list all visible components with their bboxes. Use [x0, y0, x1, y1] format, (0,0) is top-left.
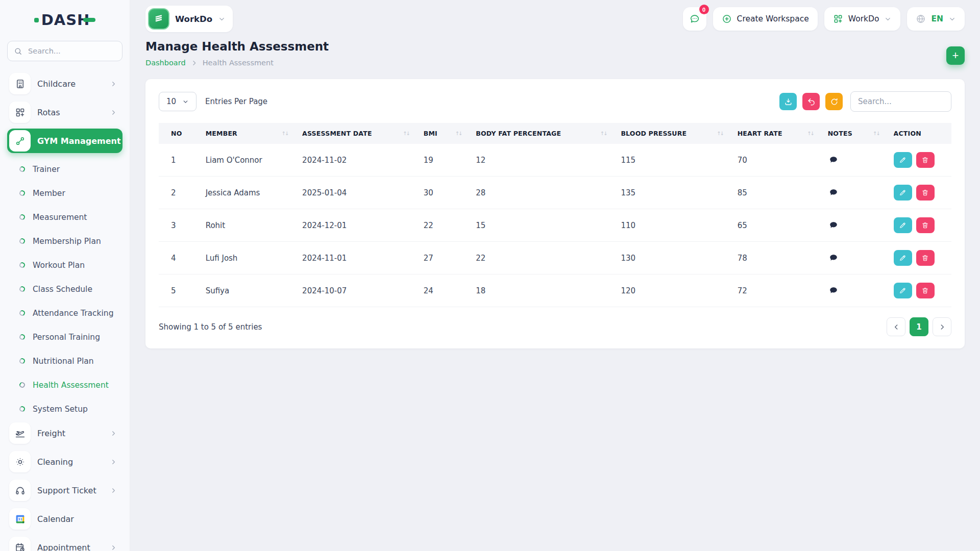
chevron-down-icon	[948, 15, 956, 23]
sidebar-item-measurement[interactable]: Measurement	[7, 205, 122, 229]
delete-button[interactable]	[916, 185, 935, 201]
sort-icon[interactable]: ↑↓	[281, 131, 288, 136]
plus-icon: +	[952, 50, 959, 61]
sidebar-item-rotas[interactable]: Rotas	[7, 100, 122, 124]
workspace-icon	[148, 8, 169, 30]
notes-button[interactable]	[828, 252, 839, 263]
sidebar-item-cleaning[interactable]: Cleaning	[7, 449, 122, 474]
pagination: 1	[887, 317, 951, 336]
workspace-switcher[interactable]: WorkDo	[824, 7, 901, 31]
sidebar-item-health-assessment[interactable]: Health Assessment	[7, 373, 122, 397]
delete-button[interactable]	[916, 250, 935, 266]
trash-icon	[921, 189, 929, 196]
notes-button[interactable]	[828, 154, 839, 165]
cell-heart-rate: 85	[730, 177, 821, 209]
pagination-page-1-button[interactable]: 1	[910, 317, 928, 336]
delete-button[interactable]	[916, 217, 935, 233]
sidebar-item-class-schedule[interactable]: Class Schedule	[7, 277, 122, 301]
sidebar-item-attendance-tracking[interactable]: Attendance Tracking	[7, 301, 122, 325]
edit-button[interactable]	[894, 217, 912, 233]
notes-button[interactable]	[828, 219, 839, 231]
globe-icon	[916, 14, 926, 24]
add-assessment-button[interactable]: +	[946, 46, 965, 65]
cell-heart-rate: 65	[730, 209, 821, 242]
cell-body-fat: 28	[469, 177, 614, 209]
chevron-right-icon	[110, 80, 117, 88]
sort-icon[interactable]: ↑↓	[600, 131, 607, 136]
edit-button[interactable]	[894, 185, 912, 201]
cell-body-fat: 18	[469, 274, 614, 307]
trash-icon	[921, 156, 929, 164]
refresh-button[interactable]	[825, 93, 843, 110]
column-header-notes[interactable]: NOTES↑↓	[821, 123, 887, 144]
column-header-heart-rate[interactable]: HEART RATE↑↓	[730, 123, 821, 144]
cell-notes	[821, 274, 887, 307]
delete-button[interactable]	[916, 152, 935, 168]
column-header-bmi[interactable]: BMI↑↓	[416, 123, 469, 144]
column-header-member[interactable]: MEMBER↑↓	[199, 123, 295, 144]
edit-button[interactable]	[894, 152, 912, 168]
column-header-assessment-date[interactable]: ASSESSMENT DATE↑↓	[295, 123, 416, 144]
sidebar-item-nutritional-plan[interactable]: Nutritional Plan	[7, 349, 122, 373]
notes-button[interactable]	[828, 187, 839, 198]
notes-button[interactable]	[828, 285, 839, 296]
svg-text:31: 31	[17, 517, 22, 521]
create-workspace-button[interactable]: Create Workspace	[713, 7, 818, 31]
cell-bmi: 22	[416, 209, 469, 242]
workspace-button[interactable]: WorkDo	[145, 6, 233, 32]
chevron-left-icon	[893, 323, 900, 331]
entries-per-page-value: 10	[166, 97, 176, 106]
sidebar-item-freight[interactable]: Freight	[7, 421, 122, 445]
sidebar-item-calendar[interactable]: 31Calendar	[7, 507, 122, 531]
pagination-prev-button[interactable]	[887, 317, 905, 336]
sort-icon[interactable]: ↑↓	[807, 131, 814, 136]
cell-bmi: 19	[416, 144, 469, 177]
breadcrumb-dashboard-link[interactable]: Dashboard	[145, 59, 186, 67]
logo-text: DASH	[41, 11, 90, 29]
sidebar-item-membership-plan[interactable]: Membership Plan	[7, 229, 122, 253]
download-icon	[784, 97, 793, 106]
sidebar-item-personal-training[interactable]: Personal Training	[7, 325, 122, 349]
column-header-blood-pressure[interactable]: BLOOD PRESSURE↑↓	[614, 123, 730, 144]
sidebar-item-system-setup[interactable]: System Setup	[7, 397, 122, 421]
table-row: 3Rohit2024-12-01221511065	[159, 209, 951, 242]
sort-icon[interactable]: ↑↓	[403, 131, 409, 136]
sidebar-item-appointment[interactable]: Appointment	[7, 535, 122, 551]
column-header-body-fat-percentage[interactable]: BODY FAT PERCENTAGE↑↓	[469, 123, 614, 144]
edit-button[interactable]	[894, 283, 912, 298]
sidebar-subitem-label: Workout Plan	[33, 261, 85, 270]
gym-management-icon	[9, 130, 31, 152]
edit-button[interactable]	[894, 250, 912, 266]
sidebar-item-member[interactable]: Member	[7, 181, 122, 205]
table-row: 5Sufiya2024-10-07241812072	[159, 274, 951, 307]
chevron-right-icon	[191, 60, 198, 66]
page-title: Manage Health Assessment	[145, 40, 329, 53]
reset-button[interactable]	[802, 93, 820, 110]
cell-blood-pressure: 110	[614, 209, 730, 242]
export-button[interactable]	[779, 93, 797, 110]
support-ticket-icon	[9, 480, 31, 501]
plus-circle-icon	[722, 14, 732, 24]
table-search-input[interactable]	[850, 91, 951, 112]
sort-icon[interactable]: ↑↓	[717, 131, 723, 136]
sidebar-item-label: Cleaning	[37, 457, 103, 467]
sidebar-item-workout-plan[interactable]: Workout Plan	[7, 253, 122, 277]
pagination-next-button[interactable]	[933, 317, 951, 336]
table-header-row: NOMEMBER↑↓ASSESSMENT DATE↑↓BMI↑↓BODY FAT…	[159, 123, 951, 144]
sidebar-item-trainer[interactable]: Trainer	[7, 157, 122, 181]
delete-button[interactable]	[916, 283, 935, 298]
sidebar-search-input[interactable]	[27, 46, 116, 56]
sidebar-item-support-ticket[interactable]: Support Ticket	[7, 478, 122, 503]
bullet-icon	[19, 190, 26, 197]
language-selector[interactable]: EN	[907, 7, 965, 31]
sidebar-item-childcare[interactable]: Childcare	[7, 71, 122, 96]
brand-logo[interactable]: DASH	[7, 11, 122, 29]
sidebar-item-gym-management[interactable]: GYM Management	[7, 129, 122, 153]
sort-icon[interactable]: ↑↓	[873, 131, 879, 136]
breadcrumb-current: Health Assessment	[203, 59, 274, 67]
entries-per-page-select[interactable]: 10	[159, 92, 197, 111]
assessment-table-card: 10 Entries Per Page NOMEMBER↑↓ASSESSMENT…	[145, 79, 965, 348]
messages-button[interactable]: 0	[683, 7, 706, 31]
sort-icon[interactable]: ↑↓	[455, 131, 461, 136]
workspace-switcher-label: WorkDo	[848, 14, 879, 23]
